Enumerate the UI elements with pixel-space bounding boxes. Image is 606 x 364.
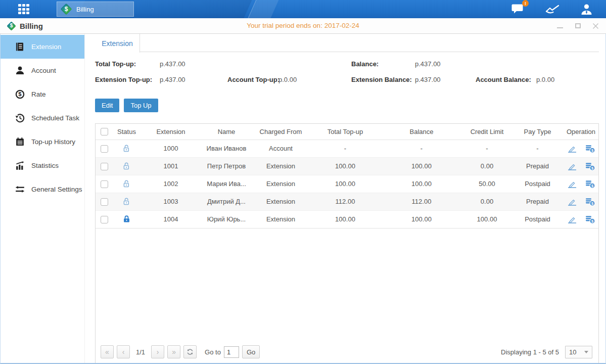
topup-icon[interactable]: $ bbox=[585, 162, 595, 171]
pay-type-cell: - bbox=[511, 140, 564, 157]
total-topup-cell: 112.00 bbox=[310, 193, 381, 210]
edit-icon[interactable] bbox=[567, 215, 577, 224]
goto-label: Go to bbox=[205, 348, 221, 356]
sidebar-item-label: Extension bbox=[31, 43, 61, 51]
sidebar-item-label: Top-up History bbox=[31, 138, 75, 146]
charged-from-cell: Extension bbox=[252, 175, 310, 193]
row-checkbox[interactable] bbox=[101, 163, 108, 170]
sidebar-item-top-up-history[interactable]: Top-up History bbox=[1, 130, 84, 154]
goto-page-input[interactable] bbox=[224, 346, 239, 358]
displaying-text: Displaying 1 - 5 of 5 bbox=[501, 348, 559, 356]
extension-cell: 1001 bbox=[141, 157, 201, 175]
table-body: 1000Иван ИвановAccount----$1001Петр Петр… bbox=[96, 140, 598, 228]
operation-cell: $ bbox=[564, 144, 598, 153]
refresh-button[interactable] bbox=[183, 345, 197, 358]
page-size-select[interactable]: 10 bbox=[565, 346, 592, 358]
messages-icon[interactable]: ! bbox=[511, 3, 525, 15]
extension-grid-panel: Status Extension Name Charged From Total… bbox=[95, 123, 599, 363]
column-header-total-topup: Total Top-up bbox=[310, 124, 381, 140]
account-topup-field: Account Top-up:p.0.00 bbox=[227, 76, 297, 83]
sidebar-item-rate[interactable]: $Rate bbox=[1, 82, 84, 106]
charged-from-cell: Extension bbox=[252, 210, 310, 228]
sidebar-item-label: Account bbox=[31, 67, 56, 74]
system-topbar: $ Billing ! bbox=[0, 0, 606, 18]
balance-field: Balance:p.437.00 bbox=[351, 60, 441, 68]
charged-from-cell: Extension bbox=[252, 157, 310, 175]
operation-cell: $ bbox=[564, 162, 598, 171]
select-all-checkbox[interactable] bbox=[101, 128, 108, 135]
tab-strip: Extension bbox=[95, 34, 599, 52]
row-checkbox[interactable] bbox=[101, 198, 108, 206]
extension-topup-field: Extension Top-up:p.437.00 bbox=[95, 76, 185, 83]
edit-icon[interactable] bbox=[567, 197, 577, 206]
sidebar-item-general-settings[interactable]: General Settings bbox=[1, 177, 84, 201]
topup-icon[interactable]: $ bbox=[585, 215, 595, 224]
topup-icon[interactable]: $ bbox=[585, 144, 595, 153]
row-checkbox[interactable] bbox=[101, 216, 108, 223]
line-chart-icon[interactable] bbox=[545, 4, 560, 15]
sidebar-item-label: Statistics bbox=[31, 162, 59, 169]
column-header-name: Name bbox=[201, 124, 252, 140]
topup-icon[interactable]: $ bbox=[585, 179, 595, 189]
person-icon bbox=[15, 66, 25, 75]
page-indicator: 1/1 bbox=[136, 348, 145, 356]
row-checkbox[interactable] bbox=[101, 145, 108, 153]
account-balance-field: Account Balance:p.0.00 bbox=[476, 76, 554, 83]
sidebar-item-statistics[interactable]: Statistics bbox=[1, 154, 84, 177]
pay-type-cell: Postpaid bbox=[511, 210, 564, 228]
maximize-icon[interactable] bbox=[574, 22, 581, 29]
taskbar-tab-label: Billing bbox=[76, 6, 94, 13]
notification-badge: ! bbox=[522, 0, 529, 7]
column-header-charged-from: Charged From bbox=[252, 124, 310, 140]
name-cell: Иван Иванов bbox=[201, 140, 252, 157]
window-title-group: $ Billing bbox=[7, 18, 43, 33]
name-cell: Юрий Юрь... bbox=[201, 210, 252, 228]
lock-open-icon bbox=[122, 179, 131, 188]
extension-balance-value: p.437.00 bbox=[415, 76, 441, 83]
window-titlebar: $ Billing Your trial period ends on: 201… bbox=[0, 18, 606, 34]
edit-icon[interactable] bbox=[567, 162, 577, 171]
balance-label: Balance: bbox=[351, 60, 415, 68]
balance-value: p.437.00 bbox=[415, 60, 441, 68]
edit-icon[interactable] bbox=[567, 179, 577, 189]
column-header-operation: Operation bbox=[564, 124, 598, 140]
row-checkbox[interactable] bbox=[101, 180, 108, 188]
close-icon[interactable] bbox=[592, 22, 599, 29]
bar-chart-icon bbox=[15, 161, 25, 170]
prev-page-button[interactable]: ‹ bbox=[117, 345, 130, 358]
edit-button[interactable]: Edit bbox=[95, 99, 119, 112]
topup-icon[interactable]: $ bbox=[585, 197, 595, 206]
column-header-balance: Balance bbox=[381, 124, 462, 140]
column-header-pay-type: Pay Type bbox=[511, 124, 564, 140]
sidebar-item-extension[interactable]: Extension bbox=[1, 35, 84, 59]
topbar-right-icons: ! bbox=[511, 0, 593, 18]
lock-closed-icon bbox=[122, 215, 131, 223]
lock-open-icon bbox=[122, 197, 131, 206]
page-size-value: 10 bbox=[569, 348, 576, 356]
taskbar-tab-billing[interactable]: $ Billing bbox=[57, 2, 134, 17]
billing-app-window: $ Billing ! bbox=[0, 0, 606, 364]
top-up-button[interactable]: Top Up bbox=[124, 99, 158, 112]
calendar-icon bbox=[15, 137, 25, 147]
table-row: 1000Иван ИвановAccount----$ bbox=[96, 140, 598, 157]
lock-open-icon bbox=[122, 162, 131, 170]
total-topup-cell: 100.00 bbox=[310, 157, 381, 175]
table-row: 1004Юрий Юрь...Extension100.00100.00100.… bbox=[96, 210, 598, 228]
credit-limit-cell: 50.00 bbox=[462, 175, 511, 193]
lock-open-icon bbox=[122, 144, 131, 153]
balance-cell: 112.00 bbox=[381, 193, 462, 210]
minimize-icon[interactable] bbox=[556, 22, 564, 29]
app-launcher-icon[interactable] bbox=[18, 4, 34, 15]
user-account-icon[interactable] bbox=[580, 4, 593, 15]
operation-cell: $ bbox=[564, 179, 598, 189]
edit-icon[interactable] bbox=[567, 144, 577, 153]
next-page-button[interactable]: › bbox=[151, 345, 164, 358]
column-header-extension: Extension bbox=[141, 124, 201, 140]
last-page-button[interactable]: » bbox=[167, 345, 180, 358]
go-button[interactable]: Go bbox=[242, 345, 260, 358]
sidebar-item-account[interactable]: Account bbox=[1, 59, 84, 82]
sidebar-item-scheduled-task[interactable]: Scheduled Task bbox=[1, 106, 84, 130]
trial-period-message: Your trial period ends on: 2017-02-24 bbox=[0, 18, 606, 33]
first-page-button[interactable]: « bbox=[101, 345, 114, 358]
tab-extension[interactable]: Extension bbox=[95, 34, 140, 53]
